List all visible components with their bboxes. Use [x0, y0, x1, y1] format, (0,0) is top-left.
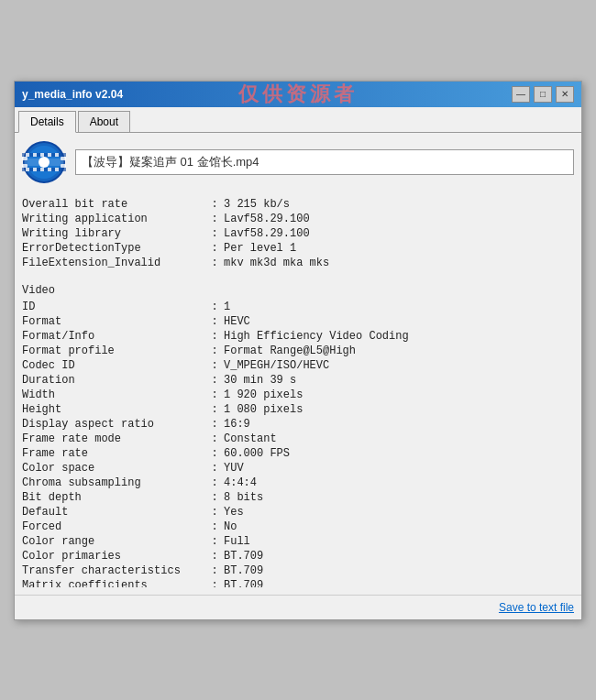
row-label: Color primaries: [22, 549, 205, 563]
row-colon: :: [205, 344, 224, 358]
row-colon: :: [205, 578, 224, 587]
row-label: Codec ID: [22, 358, 205, 373]
table-row: Overall bit rate:3 215 kb/s: [22, 197, 570, 212]
row-colon: :: [205, 197, 224, 212]
row-value: Format Range@L5@High: [224, 344, 570, 358]
section-header: Video: [22, 270, 570, 300]
row-value: Lavf58.29.100: [224, 212, 570, 226]
row-value: Per level 1: [224, 241, 570, 256]
row-label: ID: [22, 300, 205, 314]
tab-about[interactable]: About: [78, 111, 130, 132]
row-value: 16:9: [224, 417, 570, 432]
svg-rect-12: [33, 153, 37, 157]
info-scroll[interactable]: Overall bit rate:3 215 kb/sWriting appli…: [22, 193, 574, 587]
row-value: YUV: [224, 461, 570, 476]
window-title: y_media_info v2.04: [22, 88, 123, 101]
table-row: Width:1 920 pixels: [22, 388, 570, 402]
row-label: Format: [22, 314, 205, 329]
table-row: Format:HEVC: [22, 314, 570, 329]
row-value: Lavf58.29.100: [224, 226, 570, 241]
table-row: Color range:Full: [22, 534, 570, 549]
row-label: Chroma subsampling: [22, 476, 205, 490]
file-header: i 【波导】疑案追声 01 金馆长.mp4: [22, 140, 574, 184]
section-header-row: Video: [22, 270, 570, 300]
table-row: FileExtension_Invalid:mkv mk3d mka mks: [22, 256, 570, 270]
table-row: Height:1 080 pixels: [22, 402, 570, 417]
row-colon: :: [205, 402, 224, 417]
row-value: 1 920 pixels: [224, 388, 570, 402]
row-value: BT.709: [224, 563, 570, 578]
table-row: Writing library:Lavf58.29.100: [22, 226, 570, 241]
row-value: No: [224, 520, 570, 534]
table-row: Frame rate mode:Constant: [22, 432, 570, 446]
row-label: Display aspect ratio: [22, 417, 205, 432]
row-label: Writing library: [22, 226, 205, 241]
svg-text:i: i: [41, 159, 47, 169]
row-value: V_MPEGH/ISO/HEVC: [224, 358, 570, 373]
row-colon: :: [205, 212, 224, 226]
row-label: Matrix coefficients: [22, 578, 205, 587]
table-row: Default:Yes: [22, 505, 570, 520]
save-to-text-link[interactable]: Save to text file: [499, 601, 574, 614]
table-row: Format/Info:High Efficiency Video Coding: [22, 329, 570, 344]
table-row: Transfer characteristics:BT.709: [22, 563, 570, 578]
maximize-button[interactable]: □: [534, 86, 552, 103]
tab-bar: Details About: [15, 107, 581, 133]
svg-rect-15: [55, 153, 59, 157]
main-window: y_media_info v2.04 仅供资源者 — □ ✕ Details A…: [14, 81, 582, 620]
row-colon: :: [205, 534, 224, 549]
row-label: Format/Info: [22, 329, 205, 344]
file-name-box: 【波导】疑案追声 01 金馆长.mp4: [75, 149, 574, 175]
row-value: 1 080 pixels: [224, 402, 570, 417]
row-colon: :: [205, 388, 224, 402]
row-colon: :: [205, 549, 224, 563]
row-colon: :: [205, 476, 224, 490]
table-row: Duration:30 min 39 s: [22, 373, 570, 388]
row-label: Duration: [22, 373, 205, 388]
table-row: Matrix coefficients:BT.709: [22, 578, 570, 587]
row-value: 3 215 kb/s: [224, 197, 570, 212]
row-colon: :: [205, 300, 224, 314]
row-colon: :: [205, 329, 224, 344]
row-value: HEVC: [224, 314, 570, 329]
table-row: Display aspect ratio:16:9: [22, 417, 570, 432]
svg-rect-13: [40, 153, 44, 157]
row-colon: :: [205, 461, 224, 476]
table-row: ErrorDetectionType:Per level 1: [22, 241, 570, 256]
content-area: i 【波导】疑案追声 01 金馆长.mp4: [15, 133, 581, 595]
close-button[interactable]: ✕: [556, 86, 574, 103]
svg-rect-20: [55, 168, 59, 171]
row-colon: :: [205, 241, 224, 256]
svg-rect-14: [48, 153, 51, 157]
row-value: Full: [224, 534, 570, 549]
row-colon: :: [205, 417, 224, 432]
row-value: 30 min 39 s: [224, 373, 570, 388]
title-bar: y_media_info v2.04 仅供资源者 — □ ✕: [15, 82, 581, 107]
info-table: Overall bit rate:3 215 kb/sWriting appli…: [22, 193, 570, 587]
row-value: 60.000 FPS: [224, 446, 570, 461]
row-label: Width: [22, 388, 205, 402]
row-colon: :: [205, 226, 224, 241]
table-row: Chroma subsampling:4:4:4: [22, 476, 570, 490]
row-label: Color space: [22, 461, 205, 476]
row-colon: :: [205, 373, 224, 388]
svg-rect-19: [48, 168, 51, 171]
table-row: ID:1: [22, 300, 570, 314]
window-controls: — □ ✕: [512, 86, 574, 103]
file-icon: i: [22, 140, 66, 184]
row-colon: :: [205, 314, 224, 329]
row-label: FileExtension_Invalid: [22, 256, 205, 270]
table-row: Bit depth:8 bits: [22, 490, 570, 505]
svg-rect-6: [22, 164, 28, 168]
svg-rect-17: [33, 168, 37, 171]
row-label: Bit depth: [22, 490, 205, 505]
svg-rect-7: [61, 157, 66, 160]
minimize-button[interactable]: —: [512, 86, 530, 103]
row-label: Format profile: [22, 344, 205, 358]
row-colon: :: [205, 490, 224, 505]
row-value: 1: [224, 300, 570, 314]
row-colon: :: [205, 446, 224, 461]
row-colon: :: [205, 358, 224, 373]
svg-rect-16: [26, 168, 29, 171]
tab-details[interactable]: Details: [18, 111, 76, 133]
